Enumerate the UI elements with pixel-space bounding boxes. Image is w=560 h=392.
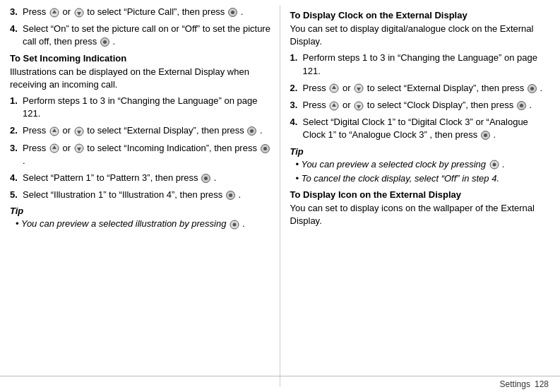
center-btn-3: [228, 8, 237, 17]
sub-step-1-content: Perform steps 1 to 3 in “Changing the La…: [23, 95, 273, 120]
clock-step-3-period: .: [529, 100, 532, 110]
center-btn-4: [100, 37, 109, 47]
footer-page: 128: [535, 379, 549, 389]
nav-up-icon-s3: [49, 143, 59, 153]
right-tip-2: To cancel the clock display, select “Off…: [290, 172, 554, 185]
sub-step-4-num: 4.: [10, 172, 21, 184]
nav-up-icon-c2: [329, 83, 339, 93]
right-tip-section: Tip You can preview a selected clock by …: [290, 146, 554, 185]
clock-step-2-period: .: [540, 83, 543, 93]
sub-step-2: 2. Press or to select “External Display”…: [10, 124, 273, 137]
sub-step-2-num: 2.: [10, 124, 21, 137]
clock-step-3-press: Press: [303, 100, 326, 110]
right-tip-1: You can preview a selected clock by pres…: [290, 158, 554, 171]
set-incoming-intro: Illustrations can be displayed on the Ex…: [10, 66, 273, 91]
step-4-num: 4.: [10, 23, 21, 48]
nav-down-icon-s2: [74, 126, 84, 136]
nav-up-icon-c3: [329, 101, 339, 111]
clock-step-3-num: 3.: [290, 99, 302, 112]
sub-step-5-num: 5.: [10, 189, 21, 201]
nav-down-icon-s3: [74, 143, 84, 153]
sub-step-4: 4. Select “Pattern 1” to “Pattern 3”, th…: [10, 172, 273, 184]
clock-step-2-num: 2.: [290, 82, 302, 95]
right-tip-heading: Tip: [290, 146, 554, 157]
nav-up-icon-3: [49, 8, 59, 18]
sub-step-2-period: .: [260, 125, 263, 136]
sub-step-2-select: to select “External Display”, then press: [87, 125, 244, 136]
clock-step-3-select: to select “Clock Display”, then press: [367, 100, 513, 110]
display-icon-intro: You can set to display icons on the wall…: [290, 202, 554, 227]
right-column: To Display Clock on the External Display…: [280, 6, 561, 386]
center-btn-s5: [226, 191, 235, 200]
sub-step-5-period: .: [238, 189, 241, 200]
left-column: 3. Press or to select “Picture Call”, th…: [0, 6, 280, 386]
sub-step-3-num: 3.: [10, 142, 21, 167]
step-3-num: 3.: [10, 6, 21, 18]
clock-step-4-content: Select “Digital Clock 1” to “Digital Clo…: [303, 116, 554, 141]
clock-step-3: 3. Press or to select “Clock Display”, t…: [290, 99, 554, 112]
sub-step-3-period: .: [23, 155, 25, 166]
display-icon-heading: To Display Icon on the External Display: [290, 189, 554, 200]
clock-step-2-press: Press: [303, 83, 326, 93]
sub-step-2-press: Press: [23, 125, 46, 136]
center-btn-c3: [517, 101, 526, 110]
clock-step-1-content: Perform steps 1 to 3 in “Changing the La…: [303, 52, 554, 77]
step-3-content: Press or to select “Picture Call”, then …: [23, 6, 273, 18]
clock-step-1-num: 1.: [290, 52, 302, 77]
step-3-or: or: [62, 6, 71, 17]
center-btn-s4: [201, 174, 210, 183]
sub-step-3-press: Press: [23, 143, 46, 153]
step-3-press: Press: [23, 6, 46, 17]
clock-step-4-period: .: [494, 129, 496, 140]
sub-step-3-select: to select “Incoming Indication”, then pr…: [87, 143, 257, 153]
clock-step-1: 1. Perform steps 1 to 3 in “Changing the…: [290, 52, 554, 77]
clock-step-4: 4. Select “Digital Clock 1” to “Digital …: [290, 116, 554, 141]
step-3: 3. Press or to select “Picture Call”, th…: [10, 6, 273, 18]
left-tip-1-period: .: [243, 218, 246, 229]
center-icon-rtip: [489, 160, 499, 170]
left-tip-section: Tip You can preview a selected illustrat…: [10, 206, 273, 230]
left-tip-heading: Tip: [10, 206, 273, 216]
center-btn-c4: [481, 131, 490, 140]
sub-step-4-period: .: [214, 172, 217, 183]
step-4: 4. Select “On” to set the picture call o…: [10, 23, 273, 48]
footer-section: Settings: [500, 379, 530, 389]
center-icon-tip: [230, 220, 239, 230]
right-tip-1-text: You can preview a selected clock by pres…: [301, 159, 486, 170]
right-tip-1-period: .: [502, 159, 505, 170]
page-container: 3. Press or to select “Picture Call”, th…: [0, 0, 560, 392]
clock-step-3-content: Press or to select “Clock Display”, then…: [303, 99, 554, 112]
display-clock-heading: To Display Clock on the External Display: [290, 10, 554, 20]
nav-down-icon-3: [74, 8, 84, 18]
center-btn-c2: [528, 84, 537, 93]
svg-point-23: [492, 163, 496, 167]
sub-step-5-text: Select “Illustration 1” to “Illustration…: [23, 189, 222, 200]
nav-down-icon-c3: [354, 101, 364, 111]
nav-up-icon-s2: [49, 126, 59, 136]
step-3-select: to select “Picture Call”, then press: [87, 6, 225, 17]
center-btn-s3: [261, 144, 270, 153]
set-incoming-heading: To Set Incoming Indication: [10, 53, 273, 64]
sub-step-3-or: or: [62, 143, 71, 153]
clock-step-3-or: or: [342, 100, 351, 110]
sub-step-2-content: Press or to select “External Display”, t…: [23, 124, 273, 137]
sub-step-4-text: Select “Pattern 1” to “Pattern 3”, then …: [23, 172, 198, 183]
step-4-period: .: [113, 36, 116, 47]
sub-step-1: 1. Perform steps 1 to 3 in “Changing the…: [10, 95, 273, 120]
clock-step-2: 2. Press or to select “External Display”…: [290, 82, 554, 95]
clock-step-2-select: to select “External Display”, then press: [367, 83, 525, 93]
center-btn-s2: [247, 126, 256, 136]
sub-step-3-content: Press or to select “Incoming Indication”…: [23, 142, 273, 167]
sub-step-1-num: 1.: [10, 95, 21, 120]
footer-bar: Settings 128: [0, 376, 560, 392]
step-4-text: Select “On” to set the picture call on o…: [23, 23, 270, 47]
sub-step-5-content: Select “Illustration 1” to “Illustration…: [23, 189, 273, 201]
step-3-period: .: [241, 6, 244, 17]
display-clock-intro: You can set to display digital/analogue …: [290, 23, 554, 48]
clock-step-4-num: 4.: [290, 116, 302, 141]
left-tip-1-text: You can preview a selected illustration …: [21, 218, 227, 229]
sub-step-4-content: Select “Pattern 1” to “Pattern 3”, then …: [23, 172, 273, 184]
svg-point-13: [233, 222, 237, 226]
sub-step-2-or: or: [62, 125, 71, 136]
nav-down-icon-c2: [354, 83, 364, 93]
